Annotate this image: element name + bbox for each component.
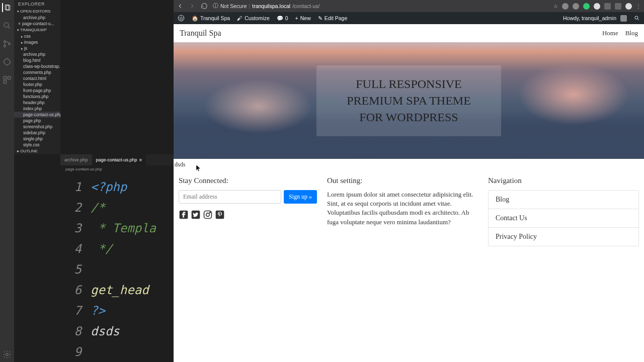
footer-nav-item[interactable]: Privacy Policy bbox=[489, 228, 638, 246]
ext-icon[interactable] bbox=[594, 3, 600, 10]
hero-line3: FOR WORDPRESS bbox=[347, 111, 471, 124]
tab-active[interactable]: page-contact-us.php× bbox=[92, 154, 146, 165]
file-item[interactable]: footer.php bbox=[14, 81, 60, 87]
avatar-icon[interactable] bbox=[625, 3, 632, 10]
file-item[interactable]: functions.php bbox=[14, 94, 60, 100]
explorer-title: EXPLORER bbox=[14, 0, 60, 8]
file-item[interactable]: class-wp-bootstrap... bbox=[14, 63, 60, 69]
info-icon: ⓘ bbox=[213, 3, 218, 10]
close-icon[interactable]: × bbox=[139, 157, 142, 163]
svg-point-3 bbox=[4, 41, 6, 43]
file-item[interactable]: header.php bbox=[14, 100, 60, 106]
svg-point-4 bbox=[4, 45, 6, 47]
vscode-sidebar: EXPLORER OPEN EDITORS archive.php × page… bbox=[14, 0, 60, 154]
wp-customize[interactable]: 🖌Customize bbox=[237, 15, 270, 21]
nav-blog[interactable]: Blog bbox=[625, 29, 638, 37]
vscode-editor: archive.php page-contact-us.php× page-co… bbox=[60, 154, 174, 362]
folder-item[interactable]: images bbox=[14, 39, 60, 45]
mouse-cursor bbox=[196, 165, 201, 172]
code-area[interactable]: 1<?php2/*3 * Templa4 */56get_head7?>8dsd… bbox=[60, 173, 174, 362]
facebook-icon[interactable] bbox=[179, 210, 189, 220]
svg-rect-9 bbox=[4, 81, 6, 83]
site-nav: Home Blog bbox=[602, 29, 638, 37]
ext-icon[interactable] bbox=[562, 3, 569, 10]
file-item[interactable]: style.css bbox=[14, 142, 60, 148]
pinterest-icon[interactable] bbox=[215, 210, 225, 220]
file-item[interactable]: sidebar.php bbox=[14, 130, 60, 136]
editor-tabs: archive.php page-contact-us.php× bbox=[60, 154, 174, 165]
footer-nav-item[interactable]: Blog bbox=[489, 191, 638, 209]
footer-navigation: Navigation Blog Contact Us Privacy Polic… bbox=[488, 176, 639, 246]
debug-icon[interactable] bbox=[3, 57, 12, 66]
scm-icon[interactable] bbox=[3, 39, 12, 48]
file-item[interactable]: comments.php bbox=[14, 69, 60, 75]
hero-line2: PREMIUM SPA THEME bbox=[347, 94, 471, 108]
address-bar[interactable]: ⓘ Not Secure | tranquilspa.local/contact… bbox=[213, 3, 548, 10]
stay-connected-title: Stay Connected: bbox=[179, 176, 317, 185]
activity-bar bbox=[0, 0, 14, 362]
open-file[interactable]: archive.php bbox=[14, 15, 60, 21]
file-item[interactable]: single.php bbox=[14, 136, 60, 142]
search-icon[interactable] bbox=[3, 21, 12, 30]
wp-site-link[interactable]: 🏠Tranquil Spa bbox=[192, 15, 230, 22]
page-content: dsds bbox=[174, 159, 644, 170]
file-item[interactable]: archive.php bbox=[14, 51, 60, 57]
open-file[interactable]: × page-contact-u... bbox=[14, 21, 60, 27]
site-title[interactable]: Tranquil Spa bbox=[180, 29, 221, 38]
svg-point-12 bbox=[635, 16, 638, 19]
project-section[interactable]: TRANQUILWP bbox=[14, 27, 60, 33]
svg-point-16 bbox=[206, 213, 210, 217]
twitter-icon[interactable] bbox=[191, 210, 201, 220]
wp-new[interactable]: +New bbox=[295, 15, 311, 21]
site-header: Tranquil Spa Home Blog bbox=[174, 24, 644, 42]
tab[interactable]: archive.php bbox=[60, 154, 92, 165]
out-setting-title: Out setting: bbox=[327, 176, 478, 185]
back-icon[interactable] bbox=[177, 3, 184, 10]
folder-item[interactable]: js bbox=[14, 45, 60, 51]
menu-icon[interactable]: ⋮ bbox=[636, 4, 641, 9]
footer-out-setting: Out setting: Lorem ipsum dolor sit amet … bbox=[327, 176, 478, 246]
wp-admin-bar: 🏠Tranquil Spa 🖌Customize 💬0 +New ✎Edit P… bbox=[174, 12, 644, 24]
navigation-title: Navigation bbox=[488, 176, 639, 185]
extensions-icon[interactable] bbox=[3, 75, 12, 84]
gear-icon[interactable] bbox=[3, 350, 12, 359]
star-icon[interactable]: ☆ bbox=[553, 4, 558, 9]
email-input[interactable] bbox=[179, 190, 281, 204]
file-item-active[interactable]: page-contact-us.php bbox=[14, 112, 60, 118]
instagram-icon[interactable] bbox=[203, 210, 213, 220]
wp-search-icon[interactable] bbox=[634, 15, 640, 21]
svg-point-6 bbox=[4, 59, 10, 65]
editor-breadcrumb[interactable]: page-contact-us.php bbox=[60, 165, 174, 173]
file-item[interactable]: index.php bbox=[14, 106, 60, 112]
svg-point-11 bbox=[178, 15, 184, 21]
wp-comments[interactable]: 💬0 bbox=[277, 15, 288, 22]
footer-row: Stay Connected: Sign up » Out setting: L… bbox=[174, 170, 644, 252]
file-item[interactable]: page.php bbox=[14, 118, 60, 124]
folder-item[interactable]: css bbox=[14, 33, 60, 39]
hero-banner: FULL RESPONSIVE PREMIUM SPA THEME FOR WO… bbox=[174, 42, 644, 159]
ext-icon[interactable] bbox=[615, 3, 621, 10]
outline-section[interactable]: OUTLINE bbox=[14, 148, 60, 154]
forward-icon[interactable] bbox=[189, 3, 196, 10]
file-item[interactable]: screenshot.php bbox=[14, 124, 60, 130]
wp-edit-page[interactable]: ✎Edit Page bbox=[318, 15, 348, 21]
explorer-icon[interactable] bbox=[2, 3, 11, 12]
open-editors-section[interactable]: OPEN EDITORS bbox=[14, 8, 60, 15]
footer-nav-list: Blog Contact Us Privacy Policy bbox=[488, 190, 639, 246]
file-item[interactable]: contact.html bbox=[14, 75, 60, 81]
svg-point-10 bbox=[6, 353, 9, 356]
nav-home[interactable]: Home bbox=[602, 29, 618, 37]
footer-nav-item[interactable]: Contact Us bbox=[489, 209, 638, 228]
svg-rect-18 bbox=[216, 211, 224, 219]
ext-icon[interactable] bbox=[573, 3, 579, 10]
reload-icon[interactable] bbox=[201, 3, 208, 10]
ext-icon[interactable] bbox=[604, 3, 611, 10]
file-item[interactable]: blog.html bbox=[14, 57, 60, 63]
chrome-actions: ☆ ⋮ bbox=[553, 3, 641, 10]
wp-logo-icon[interactable] bbox=[178, 15, 185, 22]
file-item[interactable]: front-page.php bbox=[14, 87, 60, 94]
ext-icon[interactable] bbox=[583, 3, 590, 10]
wp-howdy[interactable]: Howdy, tranquil_admin bbox=[563, 15, 627, 22]
signup-button[interactable]: Sign up » bbox=[284, 190, 317, 204]
social-icons bbox=[179, 210, 317, 220]
